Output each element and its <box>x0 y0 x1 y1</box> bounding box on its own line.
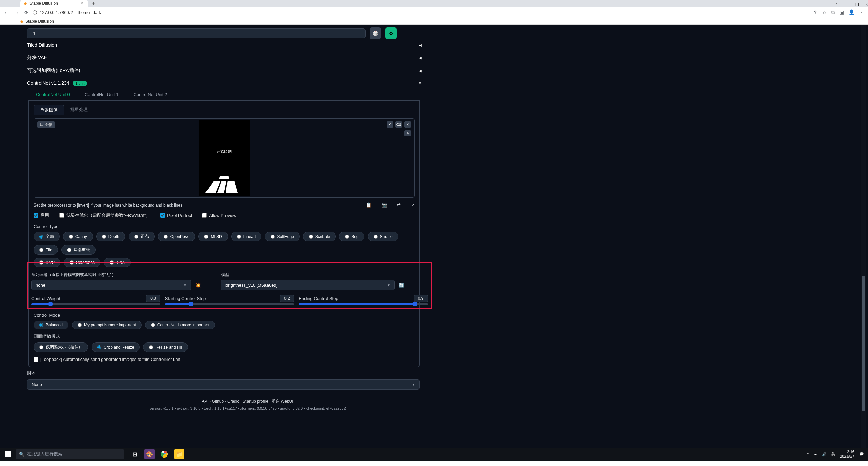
tab-single-image[interactable]: 单张图像 <box>34 105 64 115</box>
resize-option[interactable]: Crop and Resize <box>92 342 140 352</box>
control-type-option[interactable]: Lineart <box>231 232 262 241</box>
star-icon[interactable]: ☆ <box>822 9 827 15</box>
lowvram-checkbox[interactable]: 低显存优化（需配合启动参数"--lowvram"） <box>59 212 150 218</box>
back-icon[interactable]: ← <box>4 10 9 15</box>
image-canvas[interactable]: ☐ 图像 ↶ ⌫ ✕ ✎ 开始绘制 <box>34 118 415 198</box>
footer-links[interactable]: API · Github · Gradio · Startup profile … <box>27 399 468 404</box>
task-view-icon[interactable]: ⊞ <box>130 449 140 459</box>
minimize-icon[interactable]: — <box>844 2 848 7</box>
resize-option[interactable]: 仅调整大小（拉伸） <box>34 342 88 352</box>
control-weight-slider[interactable] <box>31 303 160 305</box>
clock[interactable]: 2:16 2023/8/7 <box>840 450 854 459</box>
control-type-radios: 全部 Canny Depth 正态 OpenPose MLSD Lineart … <box>34 232 415 255</box>
tab-unit-1[interactable]: ControlNet Unit 1 <box>77 89 126 100</box>
image-content-icon <box>205 176 243 193</box>
explode-icon[interactable]: 💥 <box>195 283 201 288</box>
control-type-option[interactable]: OpenPose <box>158 232 195 241</box>
swap-icon[interactable]: ⇄ <box>397 202 401 208</box>
scrollbar-thumb[interactable] <box>862 276 865 411</box>
camera-icon[interactable]: 📷 <box>381 202 387 208</box>
chrome-icon[interactable] <box>159 449 170 459</box>
maximize-icon[interactable]: ❐ <box>855 2 859 7</box>
tab-unit-2[interactable]: ControlNet Unit 2 <box>126 89 175 100</box>
control-type-option[interactable]: SoftEdge <box>265 232 299 241</box>
seed-input[interactable] <box>27 28 366 38</box>
control-weight-label: Control Weight <box>31 296 60 301</box>
accordion-lora[interactable]: 可选附加网络(LoRA插件)◀ <box>27 64 422 77</box>
notification-icon[interactable]: 💬 <box>859 452 864 457</box>
control-type-option[interactable]: Scribble <box>303 232 336 241</box>
profile-icon[interactable]: 👤 <box>849 9 854 15</box>
bookmark-item[interactable]: Stable Diffusion <box>25 19 54 24</box>
end-step-value[interactable]: 0.9 <box>414 295 428 302</box>
side-panel-icon[interactable]: ▣ <box>840 9 844 15</box>
control-type-option[interactable]: 正态 <box>129 232 155 241</box>
reload-icon[interactable]: ⟳ <box>24 10 28 15</box>
model-select[interactable]: brightness_v10 [5f6aa6ed]▼ <box>221 280 395 290</box>
tab-title: Stable Diffusion <box>29 1 58 6</box>
control-type-option[interactable]: MLSD <box>198 232 228 241</box>
tray-chevron-icon[interactable]: ^ <box>807 452 809 456</box>
explorer-icon[interactable]: 📁 <box>174 449 184 459</box>
control-type-option[interactable]: Tile <box>34 245 58 255</box>
close-tab-icon[interactable]: × <box>81 1 83 6</box>
address-bar: ← → ⟳ ⓘ 127.0.0.1:7860/?__theme=dark ⇪ ☆… <box>0 7 868 18</box>
start-button[interactable] <box>4 450 12 458</box>
info-icon[interactable]: ⓘ <box>33 9 37 16</box>
app-icon[interactable]: 🎨 <box>144 449 155 459</box>
accordion-vae[interactable]: 分块 VAE◀ <box>27 51 422 64</box>
extension-icon[interactable]: ⧉ <box>831 9 835 15</box>
allow-preview-checkbox[interactable]: Allow Preview <box>202 213 236 218</box>
uploaded-image: 开始绘制 <box>199 120 250 196</box>
share-icon[interactable]: ⇪ <box>813 9 817 15</box>
script-select[interactable]: None▼ <box>27 379 420 390</box>
end-step-slider[interactable] <box>299 303 428 305</box>
accordion-tiled-diffusion[interactable]: Tiled Diffusion◀ <box>27 39 422 51</box>
start-step-slider[interactable] <box>165 303 294 305</box>
control-type-option[interactable]: Shuffle <box>368 232 398 241</box>
control-type-option[interactable]: Seg <box>339 232 364 241</box>
random-seed-button[interactable]: 🎲 <box>370 27 381 39</box>
enable-checkbox[interactable]: 启用 <box>34 212 49 218</box>
chevron-down-icon[interactable]: ˅ <box>835 2 837 7</box>
control-weight-value[interactable]: 0.3 <box>146 295 160 302</box>
control-type-option[interactable]: 全部 <box>34 232 60 241</box>
reuse-seed-button[interactable]: ♻ <box>385 27 397 39</box>
browser-tab[interactable]: ◆ Stable Diffusion × <box>20 0 88 7</box>
tab-batch[interactable]: 批量处理 <box>64 105 94 115</box>
accordion-controlnet[interactable]: ControlNet v1.1.234 1 unit ▼ <box>27 77 422 89</box>
control-type-option[interactable]: Canny <box>63 232 93 241</box>
highlighted-region: 预处理器（直接上传模式图或草稿时可选"无"） none▼ 💥 模型 b <box>27 262 432 309</box>
control-mode-option[interactable]: Balanced <box>34 321 68 329</box>
close-window-icon[interactable]: × <box>866 2 868 7</box>
onedrive-icon[interactable]: ☁ <box>813 452 817 457</box>
volume-icon[interactable]: 🔊 <box>822 452 827 457</box>
close-icon[interactable]: ✕ <box>404 121 411 128</box>
svg-marker-3 <box>219 176 229 179</box>
menu-icon[interactable]: ⋮ <box>859 9 864 15</box>
url-text[interactable]: 127.0.0.1:7860/?__theme=dark <box>40 10 101 15</box>
send-icon[interactable]: ↗ <box>411 202 415 208</box>
control-mode-option[interactable]: My prompt is more important <box>72 321 142 329</box>
copy-icon[interactable]: 📋 <box>366 202 371 208</box>
new-tab-button[interactable]: + <box>88 0 99 7</box>
bookmark-bar: ◆ Stable Diffusion <box>0 18 868 25</box>
taskbar-search[interactable]: 🔍 在此键入进行搜索 <box>16 449 124 459</box>
resize-option[interactable]: Resize and Fill <box>143 342 188 352</box>
forward-icon[interactable]: → <box>14 10 19 15</box>
loopback-checkbox[interactable]: [Loopback] Automatically send generated … <box>34 357 415 362</box>
control-type-option[interactable]: Depth <box>96 232 125 241</box>
preprocessor-select[interactable]: none▼ <box>31 280 191 290</box>
ime-indicator[interactable]: 英 <box>831 452 835 457</box>
start-step-value[interactable]: 0.2 <box>280 295 294 302</box>
undo-icon[interactable]: ↶ <box>387 121 393 128</box>
edit-icon[interactable]: ✎ <box>404 130 411 136</box>
control-mode-option[interactable]: ControlNet is more important <box>145 321 215 329</box>
pixel-perfect-checkbox[interactable]: Pixel Perfect <box>160 213 192 218</box>
tab-unit-0[interactable]: ControlNet Unit 0 <box>28 89 77 100</box>
refresh-icon[interactable]: 🔄 <box>399 283 404 288</box>
erase-icon[interactable]: ⌫ <box>395 121 402 128</box>
taskbar: 🔍 在此键入进行搜索 ⊞ 🎨 📁 ^ ☁ 🔊 英 2:16 2023/8/7 💬 <box>0 448 868 461</box>
control-type-option[interactable]: 局部重绘 <box>61 245 96 255</box>
scrollbar[interactable] <box>861 25 866 448</box>
